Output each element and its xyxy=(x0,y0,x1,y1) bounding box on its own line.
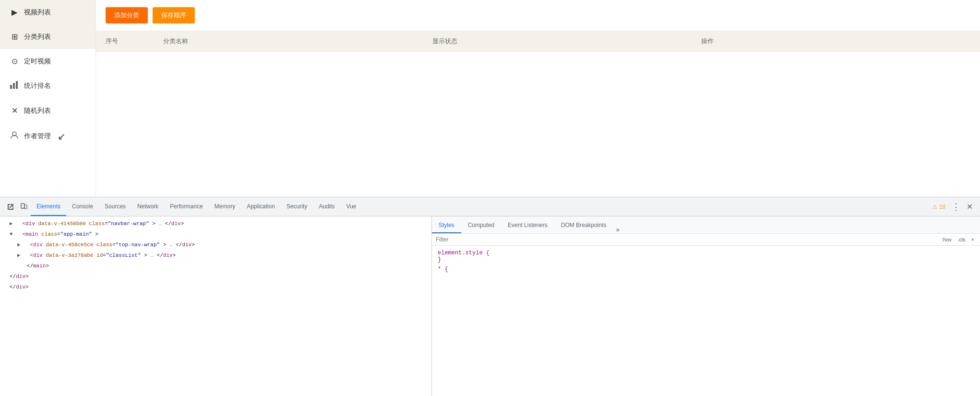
sidebar-item-scheduled-video[interactable]: ⊙ 定时视频 xyxy=(0,49,96,73)
tab-console[interactable]: Console xyxy=(66,197,99,216)
hov-button[interactable]: :hov xyxy=(940,236,954,243)
devtools-close-button[interactable]: ✕ xyxy=(963,200,976,214)
html-line[interactable]: ▶ <div data-v-41458b80 class="navbar-wra… xyxy=(0,218,431,229)
styles-tabs-bar: Styles Computed Event Listeners DOM Brea… xyxy=(432,216,980,234)
random-list-icon: ✕ xyxy=(10,106,19,115)
styles-content: element.style { } * { xyxy=(432,246,980,279)
tab-elements[interactable]: Elements xyxy=(31,197,66,216)
author-manage-icon xyxy=(10,131,19,142)
sidebar-item-label: 作者管理 xyxy=(24,132,51,141)
col-header-serial: 序号 xyxy=(106,37,163,46)
sidebar-item-category-list[interactable]: ⊞ 分类列表 xyxy=(0,24,96,49)
tab-security[interactable]: Security xyxy=(281,197,313,216)
add-style-button[interactable]: + xyxy=(969,236,976,243)
sidebar-item-stats-ranking[interactable]: 统计排名 xyxy=(0,73,96,98)
devtools-panel: Elements Console Sources Network Perform… xyxy=(0,197,980,396)
tab-memory[interactable]: Memory xyxy=(209,197,241,216)
styles-tab-computed[interactable]: Computed xyxy=(461,218,501,233)
sidebar-item-label: 定时视频 xyxy=(24,57,51,66)
html-line[interactable]: </div> xyxy=(0,271,431,282)
styles-panel: Styles Computed Event Listeners DOM Brea… xyxy=(432,216,980,396)
styles-panel-expand-button[interactable]: » xyxy=(613,226,622,233)
stats-ranking-icon xyxy=(10,81,19,91)
elements-panel[interactable]: ▶ <div data-v-41458b80 class="navbar-wra… xyxy=(0,216,432,396)
category-list-icon: ⊞ xyxy=(10,32,19,41)
styles-tab-styles[interactable]: Styles xyxy=(432,218,461,233)
save-order-button[interactable]: 保存顺序 xyxy=(153,7,195,24)
warning-badge: ⚠ 18 xyxy=(932,204,945,210)
warning-icon: ⚠ xyxy=(932,204,937,210)
video-list-icon: ▶ xyxy=(10,8,19,17)
svg-rect-0 xyxy=(10,85,12,89)
sidebar: ▶ 视频列表 ⊞ 分类列表 ⊙ 定时视频 统计排名 ✕ 随机列表 xyxy=(0,0,96,197)
devtools-tabs-bar: Elements Console Sources Network Perform… xyxy=(0,197,980,216)
cursor: ↙ xyxy=(58,131,66,142)
scheduled-video-icon: ⊙ xyxy=(10,57,19,66)
devtools-body: ▶ <div data-v-41458b80 class="navbar-wra… xyxy=(0,216,980,396)
styles-tab-dom-breakpoints[interactable]: DOM Breakpoints xyxy=(554,218,613,233)
add-category-button[interactable]: 添加分类 xyxy=(106,7,148,24)
devtools-device-button[interactable] xyxy=(17,200,31,214)
svg-point-6 xyxy=(23,207,24,208)
html-line[interactable]: ▼ <main class="app-main" > xyxy=(0,229,431,240)
tab-vue[interactable]: Vue xyxy=(341,197,362,216)
tab-sources[interactable]: Sources xyxy=(99,197,131,216)
sidebar-item-video-list[interactable]: ▶ 视频列表 xyxy=(0,0,96,24)
styles-tab-event-listeners[interactable]: Event Listeners xyxy=(501,218,554,233)
tab-application[interactable]: Application xyxy=(241,197,281,216)
tab-network[interactable]: Network xyxy=(131,197,164,216)
warning-count: 18 xyxy=(939,204,945,210)
devtools-more-button[interactable]: ⋮ xyxy=(949,200,963,214)
svg-rect-1 xyxy=(13,83,15,89)
col-header-action: 操作 xyxy=(701,37,970,46)
sidebar-item-label: 视频列表 xyxy=(24,8,51,17)
html-line[interactable]: ▶ <div data-v-3a278abe id="classList" > … xyxy=(0,250,431,261)
sidebar-item-label: 分类列表 xyxy=(24,33,51,41)
sidebar-item-label: 统计排名 xyxy=(24,82,51,90)
sidebar-item-random-list[interactable]: ✕ 随机列表 xyxy=(0,98,96,123)
tab-audits[interactable]: Audits xyxy=(313,197,340,216)
style-rule-element: element.style { } xyxy=(438,250,974,263)
html-line[interactable]: </main> xyxy=(0,261,431,271)
main-content: 添加分类 保存顺序 序号 分类名称 显示状态 操作 xyxy=(96,0,980,197)
col-header-name: 分类名称 xyxy=(163,37,432,46)
sidebar-item-label: 随机列表 xyxy=(24,107,51,115)
sidebar-item-author-manage[interactable]: 作者管理 ↙ xyxy=(0,123,96,150)
html-line[interactable]: </div> xyxy=(0,282,431,292)
style-rule-universal: * { xyxy=(438,266,974,273)
svg-rect-2 xyxy=(16,81,18,89)
tab-performance[interactable]: Performance xyxy=(164,197,209,216)
styles-filter-input[interactable] xyxy=(436,236,938,243)
col-header-status: 显示状态 xyxy=(432,37,702,46)
styles-filter-bar: :hov .cls + xyxy=(432,234,980,246)
html-line[interactable]: ▶ <div data-v-458ce5ce class="top-nav-wr… xyxy=(0,240,431,250)
cls-button[interactable]: .cls xyxy=(956,236,968,243)
table-header: 序号 分类名称 显示状态 操作 xyxy=(96,31,980,52)
devtools-inspect-button[interactable] xyxy=(4,200,17,214)
toolbar: 添加分类 保存顺序 xyxy=(96,0,980,31)
